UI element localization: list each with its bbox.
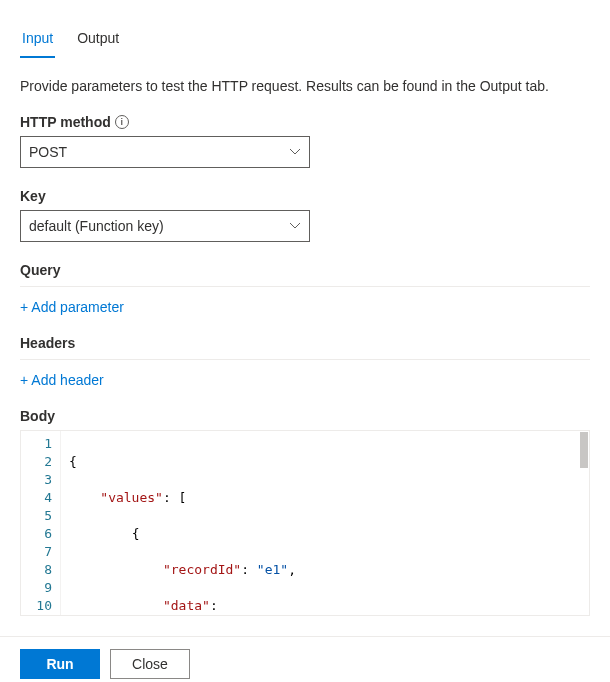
key-select[interactable]: default (Function key) bbox=[20, 210, 310, 242]
key-label: Key bbox=[20, 188, 46, 204]
line-number: 7 bbox=[21, 543, 52, 561]
code-token: , bbox=[288, 562, 296, 577]
add-parameter-link[interactable]: + Add parameter bbox=[20, 299, 124, 315]
code-area[interactable]: { "values": [ { "recordId": "e1", "data"… bbox=[61, 431, 589, 615]
code-token: "e1" bbox=[257, 562, 288, 577]
tab-output[interactable]: Output bbox=[75, 20, 121, 58]
code-token: : [ bbox=[163, 490, 186, 505]
key-field: Key default (Function key) bbox=[20, 188, 590, 242]
chevron-down-icon bbox=[289, 146, 301, 158]
line-number: 10 bbox=[21, 597, 52, 615]
body-label: Body bbox=[20, 408, 590, 424]
query-section: Query + Add parameter bbox=[20, 262, 590, 315]
tab-bar: Input Output bbox=[20, 20, 590, 58]
body-section: Body 1 2 3 4 5 6 7 8 9 10 { "values": [ … bbox=[20, 408, 590, 616]
code-token: { bbox=[69, 454, 77, 469]
footer: Run Close bbox=[0, 636, 610, 682]
code-token: "values" bbox=[100, 490, 163, 505]
code-token: "recordId" bbox=[163, 562, 241, 577]
headers-label: Headers bbox=[20, 335, 590, 351]
code-token: : bbox=[241, 562, 257, 577]
close-button[interactable]: Close bbox=[110, 649, 190, 679]
http-method-label: HTTP method bbox=[20, 114, 111, 130]
run-button[interactable]: Run bbox=[20, 649, 100, 679]
line-number: 3 bbox=[21, 471, 52, 489]
code-token: { bbox=[132, 526, 140, 541]
http-method-field: HTTP method i POST bbox=[20, 114, 590, 168]
scrollbar[interactable] bbox=[580, 432, 588, 468]
code-token: : bbox=[210, 598, 218, 613]
key-value: default (Function key) bbox=[29, 218, 164, 234]
line-number: 6 bbox=[21, 525, 52, 543]
divider bbox=[20, 359, 590, 360]
line-number-gutter: 1 2 3 4 5 6 7 8 9 10 bbox=[21, 431, 61, 615]
code-token: "data" bbox=[163, 598, 210, 613]
add-header-link[interactable]: + Add header bbox=[20, 372, 104, 388]
line-number: 1 bbox=[21, 435, 52, 453]
divider bbox=[20, 286, 590, 287]
body-editor[interactable]: 1 2 3 4 5 6 7 8 9 10 { "values": [ { "re… bbox=[20, 430, 590, 616]
line-number: 5 bbox=[21, 507, 52, 525]
line-number: 9 bbox=[21, 579, 52, 597]
line-number: 4 bbox=[21, 489, 52, 507]
http-method-value: POST bbox=[29, 144, 67, 160]
tab-input[interactable]: Input bbox=[20, 20, 55, 58]
http-method-select[interactable]: POST bbox=[20, 136, 310, 168]
line-number: 8 bbox=[21, 561, 52, 579]
query-label: Query bbox=[20, 262, 590, 278]
info-icon[interactable]: i bbox=[115, 115, 129, 129]
description-text: Provide parameters to test the HTTP requ… bbox=[20, 78, 590, 94]
headers-section: Headers + Add header bbox=[20, 335, 590, 388]
chevron-down-icon bbox=[289, 220, 301, 232]
line-number: 2 bbox=[21, 453, 52, 471]
